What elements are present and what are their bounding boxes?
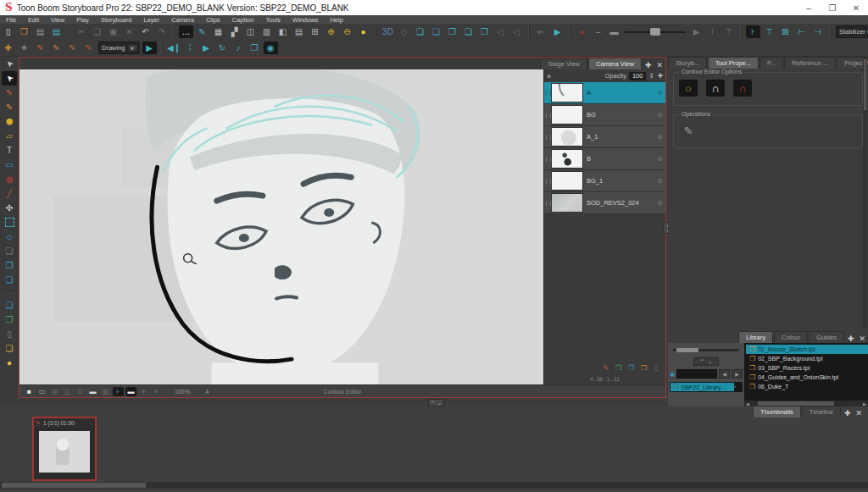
eraser-tool-icon[interactable]: ▱	[2, 129, 17, 143]
paint-tool-icon[interactable]: ◍	[2, 172, 17, 186]
library-add-tab-button[interactable]: ✚	[845, 334, 857, 343]
safe-area-icon[interactable]: ▭	[36, 387, 47, 396]
contour-select-tool-icon[interactable]: ➤	[2, 71, 17, 86]
collapse-layers-icon[interactable]: »	[547, 72, 551, 80]
swap-layers-icon[interactable]: ❐	[2, 312, 17, 327]
add-panel-icon[interactable]: ❏	[413, 25, 427, 38]
transform-tool-icon[interactable]: ⬦	[2, 229, 17, 244]
library-next-button[interactable]: ▶	[732, 369, 743, 379]
play-stroke-icon[interactable]: ▶	[689, 25, 704, 38]
delete-icon[interactable]: ✕	[122, 25, 136, 38]
menu-storyboard[interactable]: Storyboard	[95, 16, 138, 24]
hand-tool-icon[interactable]: ✣	[2, 201, 17, 215]
onion-next-icon[interactable]: ⊤	[762, 25, 776, 38]
close-button[interactable]: ✕	[844, 3, 868, 13]
copy-icon[interactable]: ❏	[90, 25, 104, 38]
menu-edit[interactable]: Edit	[22, 16, 45, 24]
line-tool-icon[interactable]: ╱	[2, 186, 17, 201]
camera-preview-icon[interactable]: ❐	[248, 41, 262, 54]
layer-row-b[interactable]: ❘❘B⊙	[544, 148, 665, 170]
layer-row-a[interactable]: ❘❘A⊙	[544, 82, 665, 104]
onion-clear-icon[interactable]: ⊠	[778, 25, 793, 38]
light-table-icon[interactable]: ●	[356, 25, 370, 38]
layer-lock-icon[interactable]: ⊙	[655, 112, 665, 119]
library-folder-expand-button[interactable]: ›	[734, 384, 742, 391]
snap-magnet-off-icon[interactable]: ∩	[733, 80, 752, 97]
library-splitter-control[interactable]: ⌃⌄	[693, 357, 719, 366]
menu-view[interactable]: View	[45, 16, 70, 24]
full-view-icon[interactable]: ▬	[87, 387, 98, 396]
settings-gear-icon[interactable]: ✳	[17, 41, 31, 54]
marquee-tool-icon[interactable]	[2, 215, 17, 229]
3d-mode-icon[interactable]: 3D	[381, 25, 395, 38]
layer-lock-icon[interactable]: ⊙	[655, 200, 665, 207]
render-settings-icon[interactable]: ✳	[138, 387, 149, 396]
zoom-in-icon[interactable]: ⊕	[324, 25, 338, 38]
duplicate-layer-icon[interactable]: ❐	[626, 363, 637, 373]
thick-line-icon[interactable]: ▬	[607, 25, 621, 38]
library-prev-button[interactable]: ◀	[719, 369, 730, 379]
layer-transform-icon[interactable]: ❏	[2, 273, 17, 287]
brush-tool-icon[interactable]: ✎	[2, 86, 17, 100]
pen-ruby-icon[interactable]: ✎	[81, 41, 96, 54]
library-folder-item[interactable]: ❒ SBP22_Library...	[670, 383, 734, 391]
layout-grid-icon[interactable]: ▤	[292, 25, 306, 38]
layer-lock-icon[interactable]: ⊙	[655, 156, 665, 163]
add-layer-plus-button[interactable]: ✚	[658, 72, 663, 80]
select-tool-icon[interactable]: ➤	[2, 57, 17, 71]
layer-row-bg[interactable]: ❘❘BG⊙	[544, 104, 665, 126]
save-icon[interactable]: ▤	[33, 25, 47, 38]
right-panel-scrollbar[interactable]	[863, 58, 867, 329]
play-selection-icon[interactable]: ▶	[550, 25, 565, 38]
new-drawing-icon[interactable]: ✚	[1, 41, 15, 54]
stabilizer-dropdown[interactable]: Stabilizer Off▾	[836, 25, 868, 38]
horizontal-splitter-control[interactable]: ⌃⌄	[428, 399, 444, 406]
drawing-canvas[interactable]	[19, 69, 543, 384]
add-layer-pencil-icon[interactable]: ✎	[600, 363, 611, 373]
add-panel-after-icon[interactable]: ❏	[429, 25, 443, 38]
opacity-stepper[interactable]: ⇕	[648, 72, 654, 80]
library-item[interactable]: ❒04_Guides_and_OnionSkin.tpl	[746, 373, 868, 382]
paste-icon[interactable]: ▣	[106, 25, 120, 38]
onion-add-prev-icon[interactable]: ⊢	[794, 25, 809, 38]
light-bulb-icon[interactable]: ●	[2, 356, 17, 370]
save-all-icon[interactable]: ▤	[49, 25, 64, 38]
drawing-layer-dropdown[interactable]: Drawing▾	[98, 41, 140, 54]
camera-mask-icon[interactable]: ▤	[49, 387, 60, 396]
library-zoom-slider[interactable]	[673, 349, 739, 351]
text-tool-icon[interactable]: T	[2, 143, 17, 158]
menu-caption[interactable]: Caption	[226, 16, 260, 24]
stamp-stroke-icon[interactable]: ⊺	[705, 25, 720, 38]
menu-file[interactable]: File	[0, 16, 22, 24]
fit-view-icon[interactable]: ■	[24, 387, 35, 396]
stamp-tool-icon[interactable]: ⬢	[2, 114, 17, 129]
tab-reference-[interactable]: Reference ...	[784, 57, 836, 69]
thumbnails-scrollbar[interactable]	[0, 482, 868, 489]
pencil-tool-icon[interactable]: ✎	[2, 100, 17, 114]
menu-clips[interactable]: Clips	[200, 16, 226, 24]
line-style-icon[interactable]: ▬	[125, 387, 136, 396]
panel-thumbnail[interactable]: ✎ 1 (1/1) 01:00	[32, 417, 97, 481]
close-view-button[interactable]: ✕	[654, 61, 665, 69]
pen-orange-icon[interactable]: ✎	[49, 41, 64, 54]
split-view-icon[interactable]: ◫	[62, 387, 73, 396]
library-item[interactable]: ❒02_SBP_Background.tpl	[746, 354, 868, 363]
layout-float-icon[interactable]: ⊞	[308, 25, 322, 38]
grid-icon[interactable]: ▦	[211, 25, 225, 38]
trash-icon[interactable]: ▯	[651, 363, 662, 373]
cut-icon[interactable]: ✂	[74, 25, 88, 38]
layout-rows-icon[interactable]: ▥	[259, 25, 274, 38]
layer-row-bg_1[interactable]: ❘❘BG_1⊙	[544, 170, 665, 192]
maximize-button[interactable]: ❐	[821, 3, 844, 13]
library-close-tab-button[interactable]: ✕	[856, 334, 868, 343]
size-slider[interactable]	[625, 25, 686, 38]
onion-add-next-icon[interactable]: ⊣	[810, 25, 825, 38]
tab-library[interactable]: Library	[738, 331, 773, 343]
pen-red-icon[interactable]: ✎	[33, 41, 47, 54]
menu-play[interactable]: Play	[70, 16, 95, 24]
layout-panel-icon[interactable]: ◧	[275, 25, 290, 38]
split-panel-icon[interactable]: ❐	[477, 25, 492, 38]
redo-icon[interactable]: ↷	[154, 25, 169, 38]
delete-layer-icon[interactable]: ▯	[2, 327, 17, 341]
add-bitmap-layer-icon[interactable]: ❐	[613, 363, 624, 373]
